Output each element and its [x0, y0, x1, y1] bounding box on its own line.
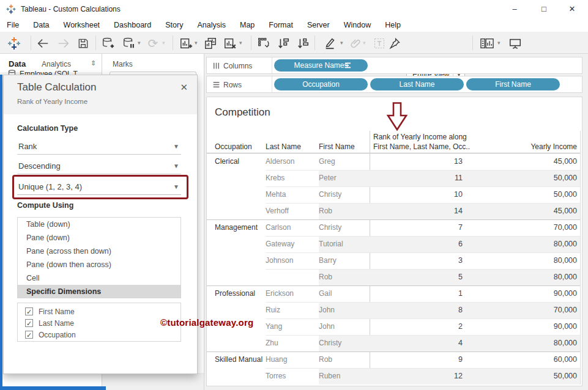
save-icon[interactable]	[76, 36, 91, 51]
cell-first-name[interactable]: Peter	[319, 174, 368, 182]
cell-last-name[interactable]: Zhu	[266, 339, 318, 347]
cell-first-name[interactable]: Ruben	[319, 372, 368, 380]
duplicate-sheet-icon[interactable]	[203, 36, 218, 51]
checkbox-first-name[interactable]: ✓	[25, 307, 33, 315]
calculation-type-dropdown[interactable]: Rank ▼	[17, 139, 181, 155]
cell-rank[interactable]: 5	[370, 273, 463, 281]
cell-first-name[interactable]: Greg	[319, 157, 368, 166]
cell-last-name[interactable]: Alderson	[266, 157, 318, 166]
clear-sheet-icon[interactable]	[223, 36, 237, 51]
menu-item-window[interactable]: Window	[338, 21, 376, 29]
cell-first-name[interactable]: John	[319, 322, 368, 331]
dialog-close-icon[interactable]: ✕	[180, 82, 188, 93]
presentation-mode-icon[interactable]	[508, 36, 523, 51]
cell-rank[interactable]: 9	[370, 355, 463, 364]
cell-rank[interactable]: 13	[370, 157, 463, 166]
cell-last-name[interactable]: Mehta	[266, 190, 318, 199]
pause-updates-icon[interactable]	[121, 36, 136, 51]
cell-last-name[interactable]: Krebs	[266, 174, 318, 182]
cell-yearly-income[interactable]: 80,000	[479, 273, 577, 281]
pin-icon[interactable]	[387, 36, 402, 51]
cell-first-name[interactable]: Christy	[319, 190, 368, 199]
rows-pill-first-name[interactable]: First Name	[466, 78, 560, 90]
menu-item-help[interactable]: Help	[379, 21, 406, 29]
columns-pill-measure-names[interactable]: Measure Names	[274, 59, 368, 72]
menu-item-dashboard[interactable]: Dashboard	[108, 21, 157, 29]
sort-ascending-icon[interactable]	[276, 36, 291, 51]
panel-collapse-icon[interactable]: ⇕	[91, 59, 96, 67]
cell-yearly-income[interactable]: 80,000	[479, 339, 577, 347]
column-header-yearly-income[interactable]: Yearly Income	[479, 142, 577, 151]
minimize-button[interactable]: –	[504, 0, 525, 18]
dropdown-caret-icon[interactable]: ▾	[239, 40, 242, 46]
cell-occupation[interactable]: Clerical	[215, 157, 264, 166]
cell-yearly-income[interactable]: 80,000	[479, 240, 577, 248]
cell-last-name[interactable]: Johnson	[266, 256, 318, 265]
rows-pill-occupation[interactable]: Occupation	[274, 78, 368, 90]
cell-occupation[interactable]: Professional	[215, 289, 264, 298]
cell-last-name[interactable]: Verhoff	[266, 207, 318, 215]
cell-rank[interactable]: 7	[370, 223, 463, 232]
cell-first-name[interactable]: Barry	[319, 256, 368, 265]
cell-last-name[interactable]: Carlson	[266, 223, 318, 232]
cell-yearly-income[interactable]: 50,000	[479, 174, 577, 182]
cell-yearly-income[interactable]: 90,000	[479, 289, 577, 298]
menu-item-format[interactable]: Format	[263, 21, 299, 29]
menu-item-map[interactable]: Map	[234, 21, 260, 29]
dropdown-caret-icon[interactable]: ▾	[138, 40, 141, 46]
cell-last-name[interactable]: Gateway	[266, 240, 318, 248]
undo-icon[interactable]	[35, 36, 50, 51]
menu-item-server[interactable]: Server	[302, 21, 335, 29]
compute-option-pane-across-then-down-[interactable]: Pane (across then down)	[18, 245, 180, 258]
new-datasource-icon[interactable]	[100, 36, 115, 51]
sort-order-dropdown[interactable]: Descending ▼	[17, 158, 181, 174]
cell-yearly-income[interactable]: 80,000	[479, 256, 577, 265]
compute-option-pane-down-[interactable]: Pane (down)	[18, 231, 180, 245]
dropdown-caret-icon[interactable]: ▾	[340, 40, 343, 46]
cell-last-name[interactable]: Torres	[266, 372, 318, 380]
column-header-occupation[interactable]: Occupation	[215, 142, 252, 151]
cell-rank[interactable]: 4	[370, 339, 463, 347]
compute-option-pane-down-then-across-[interactable]: Pane (down then across)	[18, 258, 180, 271]
cell-rank[interactable]: 10	[370, 190, 463, 199]
compute-option-table-down-[interactable]: Table (down)	[18, 218, 180, 231]
menu-item-worksheet[interactable]: Worksheet	[58, 21, 106, 29]
tab-analytics[interactable]: Analytics	[42, 60, 71, 68]
column-header-rank-line1[interactable]: Rank of Yearly Income along	[373, 133, 467, 141]
close-button[interactable]: ✕	[562, 0, 582, 18]
swap-axes-icon[interactable]	[256, 36, 271, 51]
cell-yearly-income[interactable]: 70,000	[479, 306, 577, 314]
cell-first-name[interactable]: Christy	[319, 223, 368, 232]
cell-first-name[interactable]: John	[319, 306, 368, 314]
cell-occupation[interactable]: Skilled Manual	[215, 355, 264, 364]
cell-last-name[interactable]: Yang	[266, 322, 318, 331]
column-header-first-name[interactable]: First Name	[319, 142, 355, 151]
cell-yearly-income[interactable]: 60,000	[479, 355, 577, 364]
highlight-icon[interactable]	[323, 36, 338, 51]
checkbox-last-name[interactable]: ✓	[25, 319, 33, 327]
cell-rank[interactable]: 14	[370, 207, 463, 215]
cell-first-name[interactable]: Rob	[319, 355, 368, 364]
cell-last-name[interactable]: Ruiz	[266, 306, 318, 314]
show-me-icon[interactable]	[480, 36, 494, 51]
menu-item-data[interactable]: Data	[28, 21, 54, 29]
checkbox-occupation[interactable]: ✓	[25, 331, 33, 339]
menu-item-analysis[interactable]: Analysis	[192, 21, 231, 29]
cell-last-name[interactable]: Erickson	[266, 289, 318, 298]
cell-rank[interactable]: 8	[370, 306, 463, 314]
cell-first-name[interactable]: Rob	[319, 273, 368, 281]
cell-yearly-income[interactable]: 45,000	[479, 157, 577, 166]
column-header-rank-line2[interactable]: First Name, Last Name, Occ..	[373, 142, 470, 151]
cell-yearly-income[interactable]: 50,000	[479, 190, 577, 199]
new-worksheet-icon[interactable]	[179, 36, 193, 51]
cell-rank[interactable]: 1	[370, 289, 463, 298]
cell-first-name[interactable]: Rob	[319, 207, 368, 215]
cell-yearly-income[interactable]: 45,000	[479, 207, 577, 215]
cell-rank[interactable]: 2	[370, 322, 463, 331]
cell-yearly-income[interactable]: 50,000	[479, 372, 577, 380]
tableau-logo-icon[interactable]	[7, 36, 21, 51]
cell-last-name[interactable]: Huang	[266, 355, 318, 364]
dropdown-caret-icon[interactable]: ▾	[497, 40, 501, 46]
cell-first-name[interactable]: Gail	[319, 289, 368, 298]
maximize-button[interactable]: □	[534, 0, 554, 18]
